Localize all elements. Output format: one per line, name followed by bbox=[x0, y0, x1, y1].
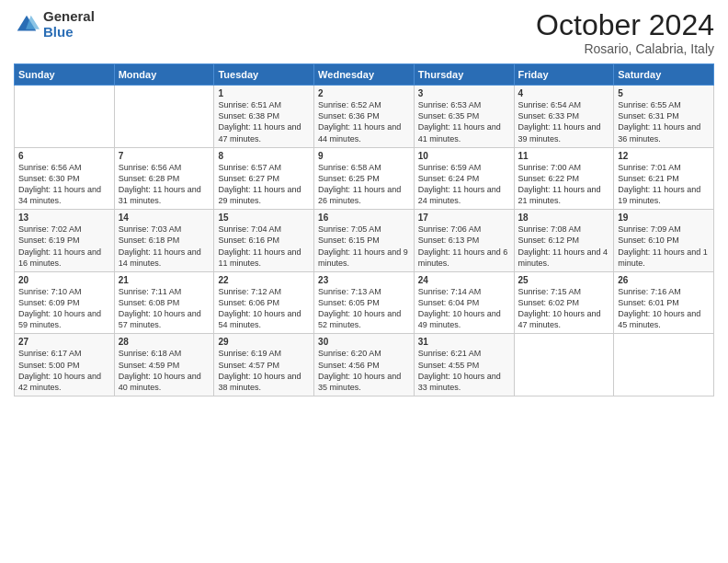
location-subtitle: Rosario, Calabria, Italy bbox=[536, 41, 714, 56]
cell-content: Sunrise: 6:56 AMSunset: 6:28 PMDaylight:… bbox=[119, 163, 201, 205]
cell-content: Sunrise: 6:59 AMSunset: 6:24 PMDaylight:… bbox=[418, 163, 501, 205]
calendar-cell: 22Sunrise: 7:12 AMSunset: 6:06 PMDayligh… bbox=[214, 271, 314, 334]
cell-content: Sunrise: 7:16 AMSunset: 6:01 PMDaylight:… bbox=[618, 287, 700, 329]
cell-content: Sunrise: 7:14 AMSunset: 6:04 PMDaylight:… bbox=[418, 287, 501, 329]
calendar-cell: 30Sunrise: 6:20 AMSunset: 4:56 PMDayligh… bbox=[314, 334, 415, 396]
day-number: 19 bbox=[618, 213, 710, 223]
calendar-cell bbox=[15, 86, 115, 148]
calendar-cell: 20Sunrise: 7:10 AMSunset: 6:09 PMDayligh… bbox=[15, 271, 115, 334]
day-number: 2 bbox=[318, 88, 410, 98]
col-sunday: Sunday bbox=[15, 64, 115, 86]
day-number: 11 bbox=[518, 151, 610, 161]
calendar-cell: 16Sunrise: 7:05 AMSunset: 6:15 PMDayligh… bbox=[314, 210, 415, 272]
day-number: 31 bbox=[418, 337, 510, 347]
day-number: 8 bbox=[218, 151, 310, 161]
calendar-cell bbox=[514, 334, 614, 396]
cell-content: Sunrise: 7:11 AMSunset: 6:08 PMDaylight:… bbox=[119, 287, 201, 329]
cell-content: Sunrise: 7:12 AMSunset: 6:06 PMDaylight:… bbox=[218, 287, 301, 329]
logo: General Blue bbox=[14, 9, 95, 40]
day-number: 20 bbox=[18, 275, 110, 285]
day-number: 10 bbox=[418, 151, 510, 161]
calendar-cell: 9Sunrise: 6:58 AMSunset: 6:25 PMDaylight… bbox=[314, 147, 415, 210]
calendar-week-3: 13Sunrise: 7:02 AMSunset: 6:19 PMDayligh… bbox=[15, 210, 714, 272]
day-number: 15 bbox=[218, 213, 310, 223]
calendar-week-2: 6Sunrise: 6:56 AMSunset: 6:30 PMDaylight… bbox=[15, 147, 714, 210]
col-thursday: Thursday bbox=[414, 64, 514, 86]
cell-content: Sunrise: 7:08 AMSunset: 6:12 PMDaylight:… bbox=[518, 224, 609, 267]
calendar-cell: 15Sunrise: 7:04 AMSunset: 6:16 PMDayligh… bbox=[214, 210, 314, 272]
calendar-cell: 12Sunrise: 7:01 AMSunset: 6:21 PMDayligh… bbox=[614, 147, 714, 210]
cell-content: Sunrise: 6:17 AMSunset: 5:00 PMDaylight:… bbox=[18, 349, 101, 391]
day-number: 28 bbox=[119, 337, 210, 347]
calendar-cell: 25Sunrise: 7:15 AMSunset: 6:02 PMDayligh… bbox=[514, 271, 614, 334]
cell-content: Sunrise: 6:54 AMSunset: 6:33 PMDaylight:… bbox=[518, 100, 601, 143]
cell-content: Sunrise: 6:53 AMSunset: 6:35 PMDaylight:… bbox=[418, 100, 501, 143]
day-number: 17 bbox=[418, 213, 510, 223]
logo-text: General Blue bbox=[43, 9, 95, 40]
cell-content: Sunrise: 6:58 AMSunset: 6:25 PMDaylight:… bbox=[318, 163, 401, 205]
day-number: 1 bbox=[218, 88, 310, 98]
calendar-cell bbox=[614, 334, 714, 396]
cell-content: Sunrise: 6:51 AMSunset: 6:38 PMDaylight:… bbox=[218, 100, 301, 143]
cell-content: Sunrise: 7:13 AMSunset: 6:05 PMDaylight:… bbox=[318, 287, 401, 329]
calendar-cell: 4Sunrise: 6:54 AMSunset: 6:33 PMDaylight… bbox=[514, 86, 614, 148]
day-number: 23 bbox=[318, 275, 410, 285]
day-number: 24 bbox=[418, 275, 510, 285]
logo-blue: Blue bbox=[43, 25, 95, 40]
calendar-cell: 10Sunrise: 6:59 AMSunset: 6:24 PMDayligh… bbox=[414, 147, 514, 210]
calendar-cell: 24Sunrise: 7:14 AMSunset: 6:04 PMDayligh… bbox=[414, 271, 514, 334]
calendar-week-4: 20Sunrise: 7:10 AMSunset: 6:09 PMDayligh… bbox=[15, 271, 714, 334]
col-tuesday: Tuesday bbox=[214, 64, 314, 86]
calendar-cell: 27Sunrise: 6:17 AMSunset: 5:00 PMDayligh… bbox=[15, 334, 115, 396]
calendar-cell: 11Sunrise: 7:00 AMSunset: 6:22 PMDayligh… bbox=[514, 147, 614, 210]
logo-general: General bbox=[43, 9, 95, 25]
calendar-week-1: 1Sunrise: 6:51 AMSunset: 6:38 PMDaylight… bbox=[15, 86, 714, 148]
cell-content: Sunrise: 6:55 AMSunset: 6:31 PMDaylight:… bbox=[618, 100, 700, 143]
col-friday: Friday bbox=[514, 64, 614, 86]
cell-content: Sunrise: 6:20 AMSunset: 4:56 PMDaylight:… bbox=[318, 349, 401, 391]
col-wednesday: Wednesday bbox=[314, 64, 415, 86]
calendar-week-5: 27Sunrise: 6:17 AMSunset: 5:00 PMDayligh… bbox=[15, 334, 714, 396]
calendar-cell: 26Sunrise: 7:16 AMSunset: 6:01 PMDayligh… bbox=[614, 271, 714, 334]
col-saturday: Saturday bbox=[614, 64, 714, 86]
calendar-cell: 28Sunrise: 6:18 AMSunset: 4:59 PMDayligh… bbox=[114, 334, 214, 396]
calendar-cell: 14Sunrise: 7:03 AMSunset: 6:18 PMDayligh… bbox=[114, 210, 214, 272]
day-number: 22 bbox=[218, 275, 310, 285]
day-number: 16 bbox=[318, 213, 410, 223]
calendar-cell: 17Sunrise: 7:06 AMSunset: 6:13 PMDayligh… bbox=[414, 210, 514, 272]
calendar-cell: 1Sunrise: 6:51 AMSunset: 6:38 PMDaylight… bbox=[214, 86, 314, 148]
title-block: October 2024 Rosario, Calabria, Italy bbox=[536, 9, 714, 56]
cell-content: Sunrise: 7:05 AMSunset: 6:15 PMDaylight:… bbox=[318, 224, 408, 267]
cell-content: Sunrise: 7:01 AMSunset: 6:21 PMDaylight:… bbox=[618, 163, 700, 205]
calendar-cell: 3Sunrise: 6:53 AMSunset: 6:35 PMDaylight… bbox=[414, 86, 514, 148]
day-number: 29 bbox=[218, 337, 310, 347]
day-number: 27 bbox=[18, 337, 110, 347]
day-number: 5 bbox=[618, 88, 710, 98]
calendar-cell bbox=[114, 86, 214, 148]
day-number: 7 bbox=[119, 151, 210, 161]
day-number: 13 bbox=[18, 213, 110, 223]
cell-content: Sunrise: 6:52 AMSunset: 6:36 PMDaylight:… bbox=[318, 100, 401, 143]
day-number: 6 bbox=[18, 151, 110, 161]
cell-content: Sunrise: 6:56 AMSunset: 6:30 PMDaylight:… bbox=[18, 163, 101, 205]
month-title: October 2024 bbox=[536, 9, 714, 41]
day-number: 14 bbox=[119, 213, 210, 223]
cell-content: Sunrise: 7:04 AMSunset: 6:16 PMDaylight:… bbox=[218, 224, 301, 267]
page: General Blue October 2024 Rosario, Calab… bbox=[0, 0, 728, 563]
calendar-cell: 31Sunrise: 6:21 AMSunset: 4:55 PMDayligh… bbox=[414, 334, 514, 396]
calendar-body: 1Sunrise: 6:51 AMSunset: 6:38 PMDaylight… bbox=[15, 86, 714, 396]
day-number: 26 bbox=[618, 275, 710, 285]
calendar-cell: 6Sunrise: 6:56 AMSunset: 6:30 PMDaylight… bbox=[15, 147, 115, 210]
calendar-cell: 23Sunrise: 7:13 AMSunset: 6:05 PMDayligh… bbox=[314, 271, 415, 334]
day-number: 30 bbox=[318, 337, 410, 347]
header: General Blue October 2024 Rosario, Calab… bbox=[14, 9, 714, 56]
calendar-cell: 5Sunrise: 6:55 AMSunset: 6:31 PMDaylight… bbox=[614, 86, 714, 148]
calendar-cell: 21Sunrise: 7:11 AMSunset: 6:08 PMDayligh… bbox=[114, 271, 214, 334]
cell-content: Sunrise: 7:00 AMSunset: 6:22 PMDaylight:… bbox=[518, 163, 601, 205]
cell-content: Sunrise: 7:06 AMSunset: 6:13 PMDaylight:… bbox=[418, 224, 508, 267]
cell-content: Sunrise: 7:09 AMSunset: 6:10 PMDaylight:… bbox=[618, 224, 708, 267]
calendar-cell: 19Sunrise: 7:09 AMSunset: 6:10 PMDayligh… bbox=[614, 210, 714, 272]
calendar-cell: 18Sunrise: 7:08 AMSunset: 6:12 PMDayligh… bbox=[514, 210, 614, 272]
calendar-table: Sunday Monday Tuesday Wednesday Thursday… bbox=[14, 63, 714, 396]
calendar-cell: 8Sunrise: 6:57 AMSunset: 6:27 PMDaylight… bbox=[214, 147, 314, 210]
